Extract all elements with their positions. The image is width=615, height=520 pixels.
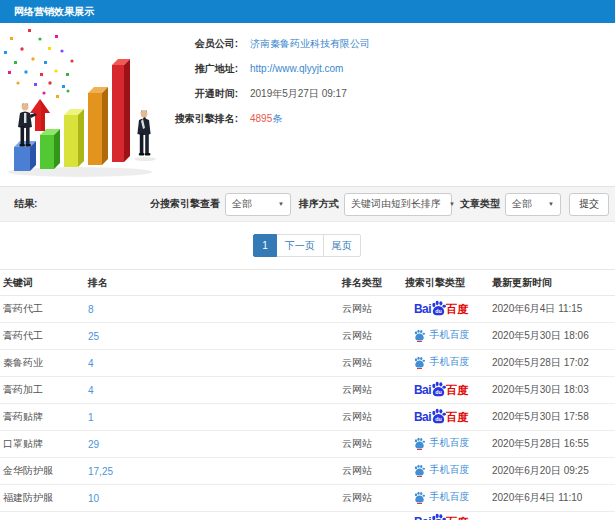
- results-table: 关键词排名排名类型搜索引擎类型最新更新时间 膏药代工8云网站 Bai du 百度…: [0, 269, 615, 520]
- keyword-cell: 口罩贴牌: [0, 431, 85, 458]
- baidu-mobile-logo: 手机百度: [413, 329, 470, 342]
- column-header-2: 排名类型: [339, 270, 402, 296]
- info-value-link[interactable]: http://www.qlyyjt.com: [250, 63, 343, 74]
- table-header-row: 关键词排名排名类型搜索引擎类型最新更新时间: [0, 270, 615, 296]
- rank-cell[interactable]: 4: [85, 350, 339, 377]
- rank-cell[interactable]: [85, 512, 339, 520]
- rank-cell[interactable]: 8: [85, 296, 339, 323]
- search-engine-cell: 手机百度: [402, 485, 489, 512]
- baidu-logo-bai-text: Bai: [414, 516, 431, 520]
- baidu-logo-cn-text: 百度: [446, 304, 468, 315]
- info-section: 会员公司:济南秦鲁药业科技有限公司推广地址:http://www.qlyyjt.…: [0, 23, 615, 186]
- keyword-cell: 膏药代工: [0, 323, 85, 350]
- ranking-count-unit: 条: [272, 113, 282, 124]
- info-row-2: 开通时间:2019年5月27日 09:17: [168, 81, 370, 106]
- chevron-down-icon: ▼: [449, 201, 455, 207]
- table-row: 膏药贴牌1云网站 Bai du 百度 2020年5月30日 17:58: [0, 404, 615, 431]
- engine-filter-value: 全部: [232, 197, 252, 211]
- baidu-pc-logo: Bai du 百度: [414, 381, 468, 399]
- baidu-logo-cn-text: 百度: [446, 517, 468, 520]
- updated-time-cell: 2020年5月30日 18:06: [489, 323, 615, 350]
- rank-cell[interactable]: 10: [85, 485, 339, 512]
- column-header-0: 关键词: [0, 270, 85, 296]
- baidu-paw-icon: du: [430, 513, 447, 520]
- mobile-baidu-paw-icon: [413, 491, 426, 504]
- keyword-cell: 膏药加工: [0, 377, 85, 404]
- mobile-baidu-paw-icon: [413, 356, 426, 369]
- pagination-page-1[interactable]: 1: [253, 234, 277, 257]
- baidu-mobile-logo: 手机百度: [413, 491, 470, 504]
- chevron-down-icon: ▼: [278, 201, 284, 207]
- mobile-baidu-label: 手机百度: [430, 357, 470, 367]
- rank-type-cell: 云网站: [339, 377, 402, 404]
- table-row-partial: Bai du 百度: [0, 512, 615, 520]
- search-engine-cell: Bai du 百度: [402, 404, 489, 431]
- rank-cell[interactable]: 4: [85, 377, 339, 404]
- search-engine-cell: 手机百度: [402, 431, 489, 458]
- baidu-logo-bai-text: Bai: [414, 384, 431, 396]
- bar-yellow: [64, 109, 84, 167]
- updated-time-cell: 2020年6月4日 11:10: [489, 485, 615, 512]
- rank-cell[interactable]: 17,25: [85, 458, 339, 485]
- updated-time-cell: [489, 512, 615, 520]
- rank-cell[interactable]: 25: [85, 323, 339, 350]
- baidu-logo-cn-text: 百度: [446, 412, 468, 423]
- keyword-cell: 膏药代工: [0, 296, 85, 323]
- rank-type-cell: 云网站: [339, 404, 402, 431]
- rank-type-cell: 云网站: [339, 458, 402, 485]
- engine-filter-select[interactable]: 全部 ▼: [225, 193, 291, 216]
- keyword-cell: [0, 512, 85, 520]
- mobile-baidu-paw-icon: [413, 464, 426, 477]
- mobile-baidu-paw-icon: [413, 437, 426, 450]
- svg-text:du: du: [435, 308, 442, 314]
- table-row: 福建防护服10云网站 手机百度 2020年6月4日 11:10: [0, 485, 615, 512]
- rank-type-cell: 云网站: [339, 296, 402, 323]
- rank-type-cell: 云网站: [339, 323, 402, 350]
- baidu-logo-bai-text: Bai: [414, 411, 431, 423]
- baidu-logo-cn-text: 百度: [446, 385, 468, 396]
- confetti-dots: [4, 29, 74, 98]
- sort-filter-select[interactable]: 关键词由短到长排序 ▼: [344, 193, 452, 216]
- search-engine-cell: Bai du 百度: [402, 512, 489, 520]
- keyword-cell: 秦鲁药业: [0, 350, 85, 377]
- table-row: 膏药代工8云网站 Bai du 百度 2020年6月4日 11:15: [0, 296, 615, 323]
- mobile-baidu-paw-icon: [413, 329, 426, 342]
- rank-cell[interactable]: 1: [85, 404, 339, 431]
- keyword-cell: 福建防护服: [0, 485, 85, 512]
- pagination-last-button[interactable]: 尾页: [323, 234, 361, 257]
- pagination: 1 下一页 尾页: [0, 222, 615, 269]
- article-type-select[interactable]: 全部 ▼: [505, 193, 561, 216]
- updated-time-cell: 2020年5月28日 17:02: [489, 350, 615, 377]
- marketing-effect-page: 网络营销效果展示: [0, 0, 615, 520]
- baidu-mobile-logo: 手机百度: [413, 464, 470, 477]
- bar-orange: [88, 87, 108, 165]
- info-row-3: 搜索引擎排名:4895条: [168, 106, 370, 131]
- baidu-paw-icon: du: [430, 381, 447, 397]
- updated-time-cell: 2020年6月20日 09:25: [489, 458, 615, 485]
- column-header-4: 最新更新时间: [489, 270, 615, 296]
- keyword-cell: 膏药贴牌: [0, 404, 85, 431]
- search-engine-cell: 手机百度: [402, 350, 489, 377]
- rank-type-cell: 云网站: [339, 350, 402, 377]
- baidu-pc-logo: Bai du 百度: [414, 513, 468, 520]
- rank-type-cell: 云网站: [339, 431, 402, 458]
- bar-red: [112, 59, 130, 162]
- bar-blue: [14, 141, 36, 171]
- info-value-link[interactable]: 济南秦鲁药业科技有限公司: [250, 37, 370, 51]
- baidu-pc-logo: Bai du 百度: [414, 300, 468, 318]
- filter-controls: 分搜索引擎查看 全部 ▼ 排序方式 关键词由短到长排序 ▼ 文章类型 全部 ▼ …: [142, 193, 609, 216]
- table-body: 膏药代工8云网站 Bai du 百度 2020年6月4日 11:15膏药代工25…: [0, 296, 615, 520]
- search-engine-cell: 手机百度: [402, 323, 489, 350]
- mobile-baidu-label: 手机百度: [430, 438, 470, 448]
- updated-time-cell: 2020年5月30日 17:58: [489, 404, 615, 431]
- table-row: 膏药代工25云网站 手机百度 2020年5月30日 18:06: [0, 323, 615, 350]
- rank-cell[interactable]: 29: [85, 431, 339, 458]
- pagination-next-button[interactable]: 下一页: [276, 234, 324, 257]
- page-title: 网络营销效果展示: [0, 0, 615, 23]
- table-row: 金华防护服17,25云网站 手机百度 2020年6月20日 09:25: [0, 458, 615, 485]
- baidu-mobile-logo: 手机百度: [413, 437, 470, 450]
- submit-button[interactable]: 提交: [569, 193, 609, 216]
- search-engine-cell: Bai du 百度: [402, 296, 489, 323]
- engine-filter-label: 分搜索引擎查看: [150, 197, 220, 211]
- baidu-paw-icon: du: [430, 408, 447, 424]
